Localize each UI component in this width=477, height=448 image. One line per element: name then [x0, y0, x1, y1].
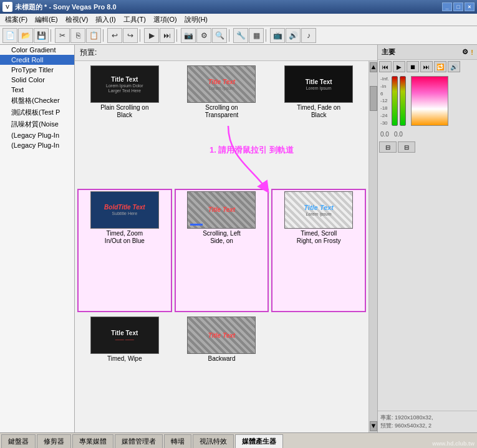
- rp-stop-btn[interactable]: ⏹: [407, 61, 419, 72]
- preset-scrollbar[interactable]: ▲ ▼: [369, 61, 377, 432]
- preset-fade-black[interactable]: Title Text Lorem Ipsum Timed, Fade onBla…: [271, 64, 366, 186]
- tb-redo[interactable]: ↪: [123, 28, 138, 43]
- preset-thumb-plain-scroll: Title Text Lorem Ipsum Dolor Larger Text…: [90, 65, 159, 103]
- color-gradient-preview: [411, 76, 448, 126]
- tb-sep2: [103, 29, 105, 42]
- tab-transitions[interactable]: 轉場: [164, 434, 191, 448]
- tab-trimmer[interactable]: 修剪器: [37, 434, 71, 448]
- tb-vol[interactable]: ♪: [301, 28, 316, 43]
- preset-thumb-scroll-left: Title Text: [187, 191, 256, 229]
- preset-thumb-fade-black: Title Text Lorem Ipsum: [284, 65, 353, 103]
- preset-label-scroll-transp: Scrolling onTransparent: [205, 104, 239, 119]
- sidebar-item-text[interactable]: Text: [0, 85, 74, 95]
- blend-controls: ⊟ ⊟: [378, 140, 477, 154]
- blend-btn-r[interactable]: ⊟: [398, 141, 415, 153]
- tb-paste[interactable]: 📋: [86, 28, 101, 43]
- sidebar-item-checkerboard[interactable]: 棋盤格(Checker: [0, 95, 74, 107]
- close-button[interactable]: ×: [465, 2, 475, 11]
- sidebar-item-noise[interactable]: 訊噪材質(Noise: [0, 118, 74, 130]
- sidebar-item-test-pattern[interactable]: 測試模板(Test P: [0, 107, 74, 118]
- preset-scroll-left[interactable]: Title Text Scrolling, LeftSide, on: [175, 189, 269, 313]
- sidebar-item-legacy1[interactable]: (Legacy Plug-In: [0, 130, 74, 140]
- menu-edit[interactable]: 編輯(E): [31, 14, 62, 26]
- menu-options[interactable]: 選項(O): [150, 14, 181, 26]
- preset-zoom-blue[interactable]: BoldTitle Text Subtitle Here Timed, Zoom…: [77, 189, 172, 313]
- tb-copy[interactable]: ⎘: [70, 28, 85, 43]
- toolbar: 📄 📂 💾 ✂ ⎘ 📋 ↩ ↪ ▶ ⏭ 📷 ⚙ 🔍 🔧 ▦ 📺 🔊 ♪: [0, 26, 477, 45]
- preset-label-backward: Backward: [208, 355, 236, 363]
- tab-video-fx[interactable]: 視訊特效: [193, 434, 234, 448]
- preset-label-scroll-left: Scrolling, LeftSide, on: [203, 230, 241, 245]
- tb-settings[interactable]: ⚙: [196, 28, 211, 43]
- preset-plain-scroll[interactable]: Title Text Lorem Ipsum Dolor Larger Text…: [77, 64, 172, 186]
- gear-icon[interactable]: ⚙: [462, 48, 468, 56]
- sidebar-item-protype-titler[interactable]: ProType Titler: [0, 65, 74, 75]
- tab-keyboard[interactable]: 鍵盤器: [1, 434, 36, 448]
- blend-btn-l[interactable]: ⊟: [379, 141, 397, 153]
- preset-frosty[interactable]: Title Text Lorem Ipsum Timed, ScrollRigh…: [271, 189, 366, 313]
- tb-new[interactable]: 📄: [2, 28, 17, 43]
- tb-snap[interactable]: 🔧: [233, 28, 248, 43]
- volume-slider-l[interactable]: [392, 76, 398, 126]
- tb-sep5: [229, 29, 231, 42]
- tb-grid[interactable]: ▦: [249, 28, 264, 43]
- scroll-up-btn[interactable]: ▲: [370, 62, 377, 72]
- right-panel-title: 主要: [382, 47, 395, 57]
- sidebar-item-solid-color[interactable]: Solid Color: [0, 75, 74, 85]
- preset-backward[interactable]: Title Text Backward: [175, 315, 269, 430]
- preset-thumb-zoom-blue: BoldTitle Text Subtitle Here: [90, 191, 159, 229]
- tab-pro-media[interactable]: 專業媒體: [72, 434, 113, 448]
- app-title: 未標題的 * - Sony Vegas Pro 8.0: [15, 2, 442, 12]
- sidebar-item-credit-roll[interactable]: Credit Roll: [0, 55, 74, 65]
- rp-next-btn[interactable]: ⏭: [420, 61, 433, 72]
- warning-icon: !: [471, 49, 473, 56]
- tb-sep1: [51, 29, 53, 42]
- tab-media-gen[interactable]: 媒體產生器: [235, 434, 283, 448]
- right-panel: 主要 ⚙ ! ⏮ ▶ ⏹ ⏭ 🔁 🔊 -Inf. -In 6 -12 -18 -…: [377, 45, 477, 432]
- rp-transport-row: ⏮ ▶ ⏹ ⏭ 🔁 🔊: [378, 60, 477, 74]
- preset-label-wipe: Timed, Wipe: [107, 355, 142, 363]
- tb-render[interactable]: ▶: [144, 28, 159, 43]
- rp-loop-btn[interactable]: 🔁: [434, 61, 446, 72]
- tb-cut[interactable]: ✂: [55, 28, 70, 43]
- rp-volume-btn[interactable]: 🔊: [448, 61, 460, 72]
- project-info-line1: 專案: 1920x1080x32,: [380, 414, 475, 422]
- menu-insert[interactable]: 插入(I): [92, 14, 119, 26]
- tab-bar: 鍵盤器 修剪器 專業媒體 媒體管理者 轉場 視訊特效 媒體產生器: [0, 432, 477, 448]
- preset-wipe[interactable]: Title Text —— —— Timed, Wipe: [77, 315, 172, 430]
- tb-render2[interactable]: ⏭: [160, 28, 175, 43]
- maximize-button[interactable]: □: [453, 2, 463, 11]
- right-panel-slider-area: -Inf. -In 6 -12 -18 -24 -30: [378, 74, 477, 128]
- tb-sep3: [140, 29, 142, 42]
- preset-scroll-transp[interactable]: Title Text Lorem Ipsum Scrolling onTrans…: [175, 64, 269, 186]
- tb-undo[interactable]: ↩: [107, 28, 122, 43]
- sidebar-item-color-gradient[interactable]: Color Gradient: [0, 45, 74, 55]
- tb-save[interactable]: 💾: [34, 28, 49, 43]
- tb-open[interactable]: 📂: [18, 28, 33, 43]
- minimize-button[interactable]: _: [442, 2, 452, 11]
- title-icon: V: [2, 2, 12, 12]
- scroll-thumb[interactable]: [370, 86, 377, 111]
- tb-audio[interactable]: 🔊: [286, 28, 301, 43]
- tab-media-mgr[interactable]: 媒體管理者: [115, 434, 163, 448]
- menu-view[interactable]: 檢視(V): [62, 14, 92, 26]
- preset-label-zoom-blue: Timed, ZoomIn/Out on Blue: [105, 230, 145, 245]
- menu-help[interactable]: 說明(H): [181, 14, 211, 26]
- tb-zoom[interactable]: 🔍: [212, 28, 227, 43]
- tb-capture[interactable]: 📷: [181, 28, 196, 43]
- db-labels: -Inf. -In 6 -12 -18 -24 -30: [380, 76, 389, 126]
- effects-sidebar: Color Gradient Credit Roll ProType Title…: [0, 45, 75, 432]
- watermark-url: www.hd.club.tw: [432, 441, 475, 447]
- rp-play-btn[interactable]: ▶: [393, 61, 405, 72]
- menu-tools[interactable]: 工具(T): [120, 14, 150, 26]
- tb-preview[interactable]: 📺: [270, 28, 285, 43]
- right-panel-header: 主要 ⚙ !: [378, 45, 477, 60]
- sidebar-item-legacy2[interactable]: (Legacy Plug-In: [0, 140, 74, 150]
- volume-slider-r[interactable]: [400, 76, 406, 126]
- right-panel-values: 0.0 0.0: [378, 128, 477, 140]
- preset-thumb-scroll-transp: Title Text Lorem Ipsum: [187, 65, 256, 103]
- preset-thumb-backward: Title Text: [187, 317, 256, 354]
- rp-prev-btn[interactable]: ⏮: [379, 61, 392, 72]
- menu-file[interactable]: 檔案(F): [1, 14, 31, 26]
- scroll-down-btn[interactable]: ▼: [370, 421, 377, 431]
